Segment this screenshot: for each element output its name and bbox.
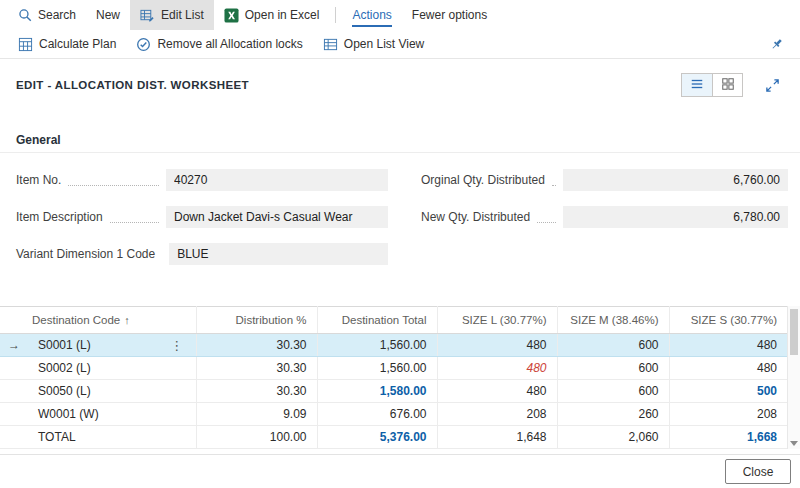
dotted-leader [110,211,159,223]
row-menu-cell[interactable] [158,426,196,449]
item-description-field[interactable] [166,206,388,228]
page-title: EDIT - ALLOCATION DIST. WORKSHEET [16,79,249,91]
size-m-cell[interactable]: 600 [557,380,669,403]
toolbar-separator [335,7,336,23]
destination-code-cell[interactable]: TOTAL [28,426,158,449]
table-row[interactable]: S0002 (L) 30.30 1,560.00 480 600 480 [0,357,787,380]
dotted-leader [537,211,556,223]
table-row[interactable]: S0050 (L) 30.30 1,580.00 480 600 500 [0,380,787,403]
fewer-options-button[interactable]: Fewer options [402,0,497,30]
size-l-cell[interactable]: 208 [437,403,557,426]
size-m-cell[interactable]: 600 [557,357,669,380]
sort-ascending-icon: ↑ [124,314,130,326]
variant-dimension-field[interactable] [169,243,388,265]
row-selector-cell[interactable] [0,426,28,449]
size-m-header[interactable]: SIZE M (38.46%) [557,307,669,334]
selector-column-header [0,307,28,334]
search-button[interactable]: Search [8,0,86,30]
new-label: New [96,8,120,22]
size-s-cell[interactable]: 480 [669,357,787,380]
destination-total-cell[interactable]: 1,560.00 [317,357,437,380]
open-list-view-button[interactable]: Open List View [313,30,435,58]
table-row[interactable]: W0001 (W) 9.09 676.00 208 260 208 [0,403,787,426]
new-qty-label: New Qty. Distributed [421,210,530,224]
unpin-toolbar-icon[interactable] [761,37,792,52]
search-icon [18,8,32,22]
excel-icon [224,8,239,23]
close-button[interactable]: Close [725,459,791,484]
vertical-scrollbar[interactable] [787,306,800,449]
list-layout-button[interactable] [682,74,712,96]
calculate-plan-button[interactable]: Calculate Plan [8,30,126,58]
remove-allocation-locks-label: Remove all Allocation locks [157,37,302,51]
size-s-header[interactable]: SIZE S (30.77%) [669,307,787,334]
distribution-pct-cell[interactable]: 30.30 [196,357,317,380]
size-s-cell[interactable]: 500 [669,380,787,403]
size-l-cell[interactable]: 480 [437,357,557,380]
row-menu-cell[interactable] [158,403,196,426]
destination-total-cell[interactable]: 1,560.00 [317,334,437,357]
size-s-cell[interactable]: 1,668 [669,426,787,449]
remove-allocation-locks-button[interactable]: Remove all Allocation locks [126,30,312,58]
size-l-header[interactable]: SIZE L (30.77%) [437,307,557,334]
size-s-cell[interactable]: 208 [669,403,787,426]
row-selector-icon[interactable]: → [0,334,28,357]
row-selector-cell[interactable] [0,403,28,426]
distribution-pct-cell[interactable]: 100.00 [196,426,317,449]
section-general[interactable]: General [16,133,784,147]
row-menu-cell[interactable] [158,380,196,403]
distribution-pct-header[interactable]: Distribution % [196,307,317,334]
sub-action-toolbar: Calculate Plan Remove all Allocation loc… [0,30,800,59]
row-menu-icon[interactable]: ⋮ [158,334,196,357]
size-m-cell[interactable]: 600 [557,334,669,357]
size-s-cell[interactable]: 480 [669,334,787,357]
dialog-footer: Close [0,454,800,488]
new-qty-field[interactable] [563,206,788,228]
edit-list-icon [140,8,155,23]
row-selector-cell[interactable] [0,357,28,380]
distribution-pct-cell[interactable]: 9.09 [196,403,317,426]
destination-total-cell[interactable]: 1,580.00 [317,380,437,403]
item-no-field[interactable] [166,169,388,191]
row-menu-cell[interactable] [158,357,196,380]
row-selector-cell[interactable] [0,380,28,403]
tile-layout-icon [721,77,735,94]
destination-total-cell[interactable]: 5,376.00 [317,426,437,449]
destination-code-cell[interactable]: S0050 (L) [28,380,158,403]
new-button[interactable]: New [86,0,130,30]
destination-code-cell[interactable]: S0001 (L) [28,334,158,357]
fields-right-column: Orginal Qty. Distributed New Qty. Distri… [421,169,788,280]
tile-layout-button[interactable] [712,74,742,96]
size-m-cell[interactable]: 260 [557,403,669,426]
list-view-icon [323,37,338,52]
size-l-cell[interactable]: 480 [437,380,557,403]
destination-total-cell[interactable]: 676.00 [317,403,437,426]
actions-menu-button[interactable]: Actions [342,0,401,30]
scrollbar-down-arrow-icon[interactable] [790,441,798,446]
size-l-cell[interactable]: 1,648 [437,426,557,449]
grid-header-row: Destination Code ↑ Distribution % Destin… [0,307,787,334]
scrollbar-thumb[interactable] [790,309,798,355]
destination-total-header[interactable]: Destination Total [317,307,437,334]
table-row[interactable]: → S0001 (L) ⋮ 30.30 1,560.00 480 600 480 [0,334,787,357]
table-total-row[interactable]: TOTAL 100.00 5,376.00 1,648 2,060 1,668 [0,426,787,449]
destination-code-cell[interactable]: S0002 (L) [28,357,158,380]
expand-page-icon[interactable] [765,78,780,93]
distribution-pct-cell[interactable]: 30.30 [196,380,317,403]
size-l-cell[interactable]: 480 [437,334,557,357]
destination-code-header-label: Destination Code [32,314,120,326]
fields-left-column: Item No. Item Description Variant Dimens… [16,169,388,280]
distribution-pct-cell[interactable]: 30.30 [196,334,317,357]
destination-code-header[interactable]: Destination Code ↑ [28,307,158,334]
original-qty-field[interactable] [563,169,788,191]
edit-list-button[interactable]: Edit List [130,0,214,30]
open-in-excel-button[interactable]: Open in Excel [214,0,330,30]
action-toolbar: Search New Edit List Open in Excel Actio… [0,0,800,30]
destination-code-cell[interactable]: W0001 (W) [28,403,158,426]
variant-dimension-row: Variant Dimension 1 Code [16,243,388,265]
item-no-row: Item No. [16,169,388,191]
size-m-cell[interactable]: 2,060 [557,426,669,449]
page-header: EDIT - ALLOCATION DIST. WORKSHEET [0,59,800,111]
item-no-label: Item No. [16,173,61,187]
variant-dimension-label: Variant Dimension 1 Code [16,247,155,261]
